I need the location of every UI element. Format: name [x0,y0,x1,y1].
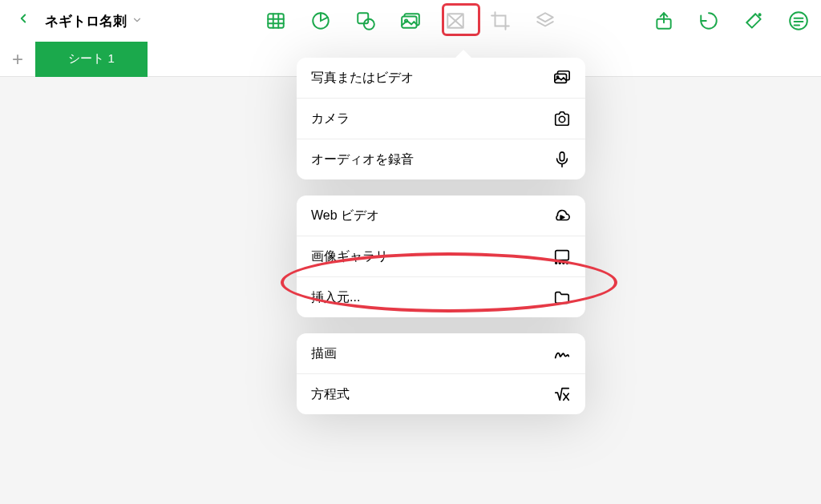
chart-icon[interactable] [309,10,332,32]
menu-item-label: 写真またはビデオ [311,70,414,87]
menu-item-image-gallery[interactable]: 画像ギャラリー [297,236,585,277]
toolbar-center-group [265,10,556,32]
menu-group-1: 写真またはビデオ カメラ オーディオを録音 [297,58,585,179]
gallery-icon [553,248,571,265]
title-chevron-icon[interactable] [131,14,143,28]
svg-point-30 [556,262,557,264]
wand-icon[interactable] [742,10,765,32]
layers-icon [534,10,556,32]
menu-item-camera[interactable]: カメラ [297,99,585,139]
menu-item-label: カメラ [311,111,350,127]
table-icon[interactable] [265,10,287,32]
svg-rect-6 [358,13,368,23]
microphone-icon [553,151,571,168]
svg-point-18 [790,12,807,30]
menu-item-web-video[interactable]: Web ビデオ [297,196,585,236]
svg-rect-26 [560,152,564,161]
back-button[interactable] [11,7,35,35]
cloud-icon [553,207,571,224]
camera-icon [553,110,571,127]
media-icon[interactable] [399,10,422,32]
svg-rect-0 [268,14,284,27]
menu-item-label: Web ビデオ [311,208,379,224]
menu-group-2: Web ビデオ 画像ギャラリー 挿入元... [297,196,585,317]
svg-point-17 [759,14,761,15]
svg-point-33 [567,262,568,264]
photo-video-icon [553,69,571,87]
menu-item-equation[interactable]: 方程式 [297,374,585,414]
menu-item-label: 描画 [311,345,337,362]
share-icon[interactable] [653,10,675,32]
collab-icon [444,10,467,32]
svg-line-16 [746,14,755,22]
svg-marker-28 [560,216,564,220]
menu-item-drawing[interactable]: 描画 [297,333,585,374]
menu-item-label: 画像ギャラリー [311,248,401,265]
shape-icon[interactable] [354,10,377,32]
crop-icon [489,10,512,32]
format-icon[interactable] [787,10,810,32]
toolbar-right-group [653,10,810,32]
menu-item-insert-from[interactable]: 挿入元... [297,277,585,317]
add-sheet-button[interactable]: + [0,42,35,77]
media-insert-popover: 写真またはビデオ カメラ オーディオを録音 Web ビデオ 画像ギャラリー [297,58,585,430]
svg-point-7 [364,19,374,30]
menu-item-label: オーディオを録音 [311,151,414,168]
menu-item-label: 挿入元... [311,289,360,306]
scribble-icon [553,345,571,362]
folder-icon [553,288,571,306]
undo-icon[interactable] [698,10,720,32]
top-toolbar: ネギトロ名刺 [0,0,821,42]
menu-item-record-audio[interactable]: オーディオを録音 [297,139,585,179]
menu-item-photo-video[interactable]: 写真またはビデオ [297,58,585,99]
svg-point-25 [559,116,564,122]
svg-marker-14 [537,13,553,22]
sheet-tab[interactable]: シート 1 [35,42,148,77]
svg-rect-29 [556,251,569,260]
svg-point-31 [559,262,560,264]
svg-point-32 [563,262,564,264]
document-title[interactable]: ネギトロ名刺 [45,12,127,30]
popover-arrow [454,50,473,59]
menu-group-3: 描画 方程式 [297,333,585,414]
menu-item-label: 方程式 [311,386,350,403]
equation-icon [553,385,571,403]
